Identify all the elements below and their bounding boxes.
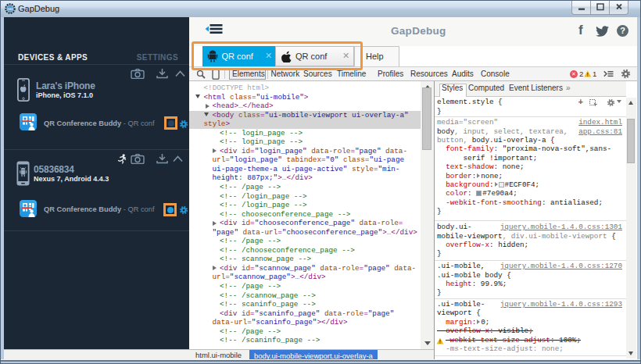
svg-text:GD: GD — [8, 7, 13, 11]
